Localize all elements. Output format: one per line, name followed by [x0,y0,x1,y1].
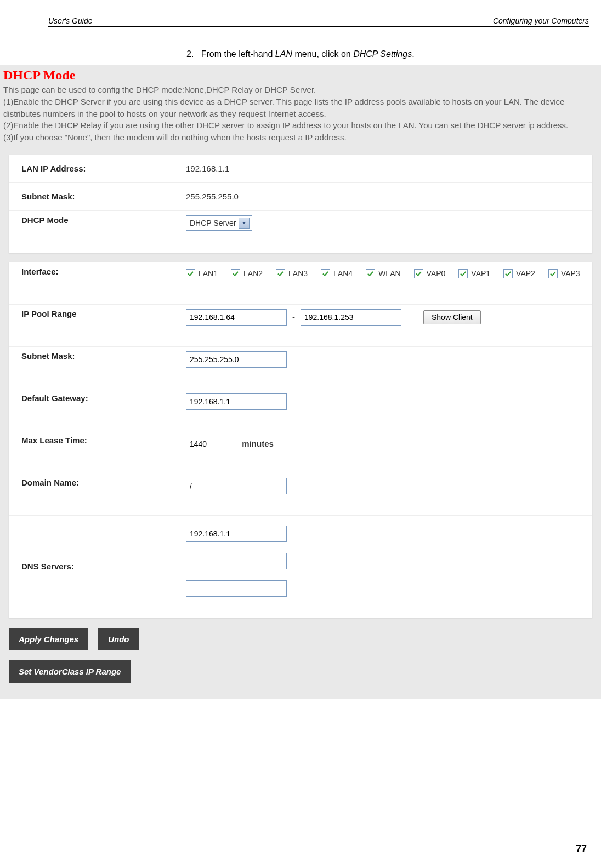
apply-changes-button[interactable]: Apply Changes [9,628,88,650]
header-left: User's Guide [48,16,92,25]
subnet-mask-value: 255.255.255.0 [186,192,592,201]
interface-checkbox-label: VAP0 [427,269,446,278]
screenshot-region: DHCP Mode This page can be used to confi… [0,65,601,699]
dhcp-mode-select-value: DHCP Server [190,219,236,227]
intro-text: This page can be used to config the DHCP… [0,84,601,155]
interface-checkbox-wlan[interactable]: WLAN [366,269,400,278]
page-number: 77 [576,843,587,855]
default-gateway-input[interactable] [186,393,287,410]
intro-line-3: (2)Enable the DHCP Relay if you are usin… [3,119,598,132]
step-instruction: 2. From the left-hand LAN menu, click on… [186,49,601,59]
interface-checkbox-lan4[interactable]: LAN4 [321,269,353,278]
step-em-lan: LAN [275,49,292,59]
interface-checkbox-vap0[interactable]: VAP0 [414,269,446,278]
lease-unit: minutes [242,439,274,448]
subnet-mask-label-2: Subnet Mask: [9,351,186,361]
interface-label: Interface: [9,267,186,276]
interface-checkbox-label: VAP3 [561,269,580,278]
domain-name-label: Domain Name: [9,478,186,487]
pool-dash: - [292,312,295,322]
subnet-mask-input[interactable] [186,351,287,368]
interface-checkbox-label: LAN3 [288,269,308,278]
dns-server-1-input[interactable] [186,526,287,542]
header-rule [48,26,589,27]
interface-checkbox-label: VAP2 [516,269,535,278]
check-icon [414,269,423,278]
interface-checkbox-lan2[interactable]: LAN2 [231,269,263,278]
step-text-c: . [412,49,414,59]
check-icon [503,269,513,278]
undo-button[interactable]: Undo [98,628,139,650]
set-vendorclass-button[interactable]: Set VendorClass IP Range [9,660,131,683]
check-icon [366,269,375,278]
interface-checkbox-label: WLAN [378,269,400,278]
ip-pool-end-input[interactable] [300,309,401,326]
default-gateway-label: Default Gateway: [9,393,186,403]
interface-checkbox-vap1[interactable]: VAP1 [458,269,490,278]
dns-server-2-input[interactable] [186,553,287,569]
interface-checkbox-label: VAP1 [471,269,490,278]
ip-pool-start-input[interactable] [186,309,287,326]
check-icon [458,269,468,278]
ip-pool-label: IP Pool Range [9,309,186,318]
panel-dhcp-server: Interface: LAN1LAN2LAN3LAN4WLANVAP0VAP1V… [9,262,592,618]
chevron-down-icon [239,218,250,229]
dhcp-mode-label: DHCP Mode [9,215,186,225]
max-lease-input[interactable] [186,436,237,452]
step-em-dhcp: DHCP Settings [353,49,412,59]
check-icon [186,269,195,278]
domain-name-input[interactable] [186,478,287,494]
interface-checkbox-lan1[interactable]: LAN1 [186,269,218,278]
lan-ip-value: 192.168.1.1 [186,164,592,173]
check-icon [231,269,240,278]
panel-basic: LAN IP Address: 192.168.1.1 Subnet Mask:… [9,155,592,253]
intro-line-2: (1)Enable the DHCP Server if you are usi… [3,96,598,120]
lan-ip-label: LAN IP Address: [9,164,186,173]
check-icon [276,269,285,278]
step-text-a: From the left-hand [201,49,275,59]
check-icon [548,269,558,278]
dns-servers-label: DNS Servers: [9,562,186,571]
intro-line-1: This page can be used to config the DHCP… [3,84,598,96]
dns-server-3-input[interactable] [186,580,287,597]
check-icon [321,269,330,278]
interface-checkbox-label: LAN1 [199,269,218,278]
max-lease-label: Max Lease Time: [9,436,186,445]
step-number: 2. [186,49,194,59]
step-text-b: menu, click on [292,49,353,59]
dhcp-mode-select[interactable]: DHCP Server [186,215,252,231]
show-client-button[interactable]: Show Client [423,310,481,324]
interface-checkbox-lan3[interactable]: LAN3 [276,269,308,278]
header-right: Configuring your Computers [493,16,589,25]
subnet-mask-label: Subnet Mask: [9,192,186,201]
interface-checkbox-vap3[interactable]: VAP3 [548,269,580,278]
intro-line-4: (3)If you choose "None", then the modem … [3,132,598,144]
interface-checkbox-label: LAN4 [333,269,353,278]
page-title: DHCP Mode [0,68,601,84]
interface-checkbox-vap2[interactable]: VAP2 [503,269,535,278]
interface-checkbox-label: LAN2 [243,269,263,278]
